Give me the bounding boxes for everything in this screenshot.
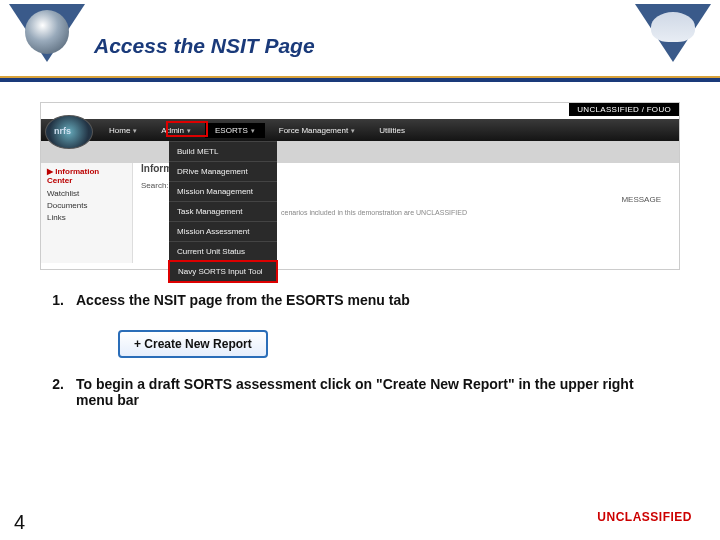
- step-2-text: To begin a draft SORTS assessment click …: [76, 376, 674, 408]
- search-label: Search:: [141, 181, 169, 190]
- classification-banner: UNCLASSIFIED / FOUO: [569, 103, 679, 116]
- left-sidebar: ▶ Information Center Watchlist Documents…: [41, 163, 133, 263]
- slide-title: Access the NSIT Page: [0, 34, 720, 58]
- step-1: 1. Access the NSIT page from the ESORTS …: [46, 292, 674, 308]
- dd-task-management[interactable]: Task Management: [169, 201, 277, 221]
- nav-esorts[interactable]: ESORTS: [205, 123, 265, 138]
- message-label: MESSAGE: [621, 195, 661, 204]
- nav-force-management[interactable]: Force Management: [269, 123, 365, 138]
- nav-admin[interactable]: Admin: [151, 123, 201, 138]
- app-logo: [45, 115, 93, 149]
- dd-mission-management[interactable]: Mission Management: [169, 181, 277, 201]
- title-underline: [0, 76, 720, 82]
- dd-build-metl[interactable]: Build METL: [169, 141, 277, 161]
- sidebar-documents[interactable]: Documents: [47, 201, 126, 210]
- instructions: 1. Access the NSIT page from the ESORTS …: [46, 292, 674, 408]
- step-1-text: Access the NSIT page from the ESORTS men…: [76, 292, 674, 308]
- dd-navy-sorts-input-tool[interactable]: Navy SORTS Input Tool: [168, 260, 278, 283]
- sidebar-links[interactable]: Links: [47, 213, 126, 222]
- step-1-number: 1.: [46, 292, 64, 308]
- nav-home[interactable]: Home: [99, 123, 147, 138]
- nav-utilities[interactable]: Utilities: [369, 123, 415, 138]
- step-2-number: 2.: [46, 376, 64, 408]
- step-2: 2. To begin a draft SORTS assessment cli…: [46, 376, 674, 408]
- top-navbar: Home Admin ESORTS Force Management Utili…: [41, 119, 679, 141]
- esorts-dropdown: Build METL DRive Management Mission Mana…: [169, 141, 277, 282]
- message-body: cenarios included in this demonstration …: [281, 209, 661, 216]
- navy-emblem-left: [8, 4, 86, 74]
- dd-current-unit-status[interactable]: Current Unit Status: [169, 241, 277, 261]
- footer-classification: UNCLASSIFIED: [597, 510, 692, 524]
- sidebar-heading[interactable]: ▶ Information Center: [47, 167, 126, 185]
- sub-toolbar: [41, 141, 679, 163]
- slide-header: Access the NSIT Page: [0, 0, 720, 82]
- create-new-report-button[interactable]: Create New Report: [118, 330, 268, 358]
- navy-emblem-right: [634, 4, 712, 74]
- slide-number: 4: [14, 511, 25, 534]
- sidebar-watchlist[interactable]: Watchlist: [47, 189, 126, 198]
- dd-mission-assessment[interactable]: Mission Assessment: [169, 221, 277, 241]
- app-screenshot: UNCLASSIFIED / FOUO Home Admin ESORTS Fo…: [40, 102, 680, 270]
- dd-drive-management[interactable]: DRive Management: [169, 161, 277, 181]
